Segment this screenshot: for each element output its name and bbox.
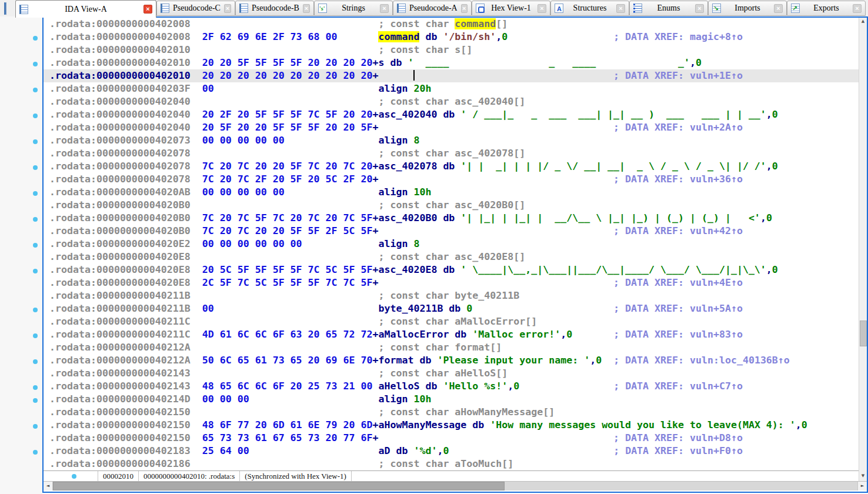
comment: ; const char aHelloS[] xyxy=(378,368,508,379)
listing-line[interactable]: .rodata:0000000000402143 48 65 6C 6C 6F … xyxy=(49,380,859,393)
listing-line[interactable]: .rodata:0000000000402150 65 73 73 61 67 … xyxy=(49,432,859,445)
literal: 0 xyxy=(596,355,602,366)
struct-icon xyxy=(555,4,563,13)
scroll-right-icon[interactable]: ► xyxy=(857,482,867,490)
hex-bytes: 00 00 00 00 00 xyxy=(202,135,285,146)
horizontal-scroll-thumb[interactable] xyxy=(53,482,505,490)
listing-line[interactable]: .rodata:0000000000402186 ; const char aT… xyxy=(49,458,859,470)
listing-line[interactable]: .rodata:000000000040211B ; const char by… xyxy=(49,289,859,302)
spacer xyxy=(191,264,202,275)
tab-label: Strings xyxy=(330,4,376,13)
item-marker-dot xyxy=(33,88,38,92)
mnemonic: + xyxy=(372,122,378,133)
tab-strings[interactable]: Strings× xyxy=(314,1,393,16)
listing-line[interactable]: .rodata:0000000000402008 2F 62 69 6E 2F … xyxy=(49,31,859,44)
tab-enums[interactable]: Enums× xyxy=(629,1,708,16)
listing-line[interactable]: .rodata:00000000004020AB 00 00 00 00 00 … xyxy=(49,186,859,199)
spacer xyxy=(202,44,379,55)
status-bar: 00002010 0000000000402010: .rodata:s (Sy… xyxy=(44,470,859,481)
xref-comment: ; DATA XREF: vuln+1E↑o xyxy=(613,70,743,81)
listing-line[interactable]: .rodata:0000000000402010 ; const char s[… xyxy=(49,44,859,56)
listing-line[interactable]: .rodata:0000000000402040 20 2F 20 5F 5F … xyxy=(49,108,859,121)
close-icon[interactable]: × xyxy=(538,4,546,13)
listing-line[interactable]: .rodata:0000000000402040 20 5F 20 20 5F … xyxy=(49,121,859,134)
listing-line[interactable]: .rodata:000000000040211C 4D 61 6C 6C 6F … xyxy=(49,328,859,341)
listing-line[interactable]: .rodata:000000000040212A ; const char fo… xyxy=(49,341,859,354)
comment: ; const char aHowManyMessage[] xyxy=(378,406,555,418)
tab-pseudocode-a[interactable]: Pseudocode-A× xyxy=(393,1,472,16)
listing-line[interactable]: .rodata:000000000040211C ; const char aM… xyxy=(49,315,859,328)
item-marker-dot xyxy=(33,333,38,338)
horizontal-scrollbar[interactable]: ◄ ► xyxy=(44,481,867,490)
tab-ida-view-a[interactable]: IDA View-A× xyxy=(15,0,156,18)
close-icon[interactable]: × xyxy=(224,4,231,13)
scroll-left-icon[interactable]: ◄ xyxy=(44,482,53,490)
tab-hex-view-1[interactable]: Hex View-1× xyxy=(472,1,550,16)
scroll-down-icon[interactable]: ▼ xyxy=(859,472,867,480)
close-icon[interactable]: × xyxy=(461,4,468,13)
tab-pseudocode-c[interactable]: Pseudocode-C× xyxy=(156,1,235,16)
hex-bytes: 20 20 20 20 20 20 20 20 20 20 xyxy=(202,70,373,81)
listing[interactable]: .rodata:0000000000402008 ; const char co… xyxy=(44,16,859,470)
listing-line[interactable]: .rodata:00000000004020E8 ; const char as… xyxy=(49,251,859,263)
listing-line[interactable]: .rodata:00000000004020B0 7C 20 7C 20 20 … xyxy=(49,225,859,238)
listing-line[interactable]: .rodata:0000000000402008 ; const char co… xyxy=(49,18,859,31)
listing-line[interactable]: .rodata:000000000040214D 00 00 00 align … xyxy=(49,393,859,406)
window-doc-icon xyxy=(4,2,6,15)
listing-line[interactable]: .rodata:0000000000402143 ; const char aH… xyxy=(49,367,859,380)
spacer xyxy=(191,419,202,430)
address: .rodata:0000000000402186 xyxy=(49,458,191,469)
hex-bytes: 7C 20 7C 5F 7C 20 7C 20 7C 5F xyxy=(202,212,373,223)
listing-line[interactable]: .rodata:0000000000402078 ; const char as… xyxy=(49,147,859,160)
address: .rodata:000000000040212A xyxy=(49,355,191,366)
mnemonic: , xyxy=(690,57,696,68)
xref-comment: ; DATA XREF: vuln+36↑o xyxy=(613,173,743,185)
close-icon[interactable]: × xyxy=(303,4,310,13)
vertical-scrollbar[interactable]: ▲ ▼ xyxy=(859,16,867,481)
mnemonic: aMallocError db xyxy=(378,329,472,340)
listing-line[interactable]: .rodata:000000000040212A 50 6C 65 61 73 … xyxy=(49,354,859,367)
listing-line[interactable]: .rodata:00000000004020E2 00 00 00 00 00 … xyxy=(49,238,859,251)
listing-line[interactable]: .rodata:0000000000402078 7C 20 7C 20 20 … xyxy=(49,160,859,173)
spacer xyxy=(191,18,202,29)
close-icon[interactable]: × xyxy=(616,4,625,13)
listing-line[interactable]: .rodata:0000000000402150 ; const char aH… xyxy=(49,406,859,419)
close-icon[interactable]: × xyxy=(695,4,704,13)
tab-structures[interactable]: Structures× xyxy=(550,1,629,16)
listing-line[interactable]: .rodata:0000000000402073 00 00 00 00 00 … xyxy=(49,134,859,147)
literal: 8 xyxy=(413,238,419,249)
close-icon[interactable]: × xyxy=(380,4,389,13)
strings-icon xyxy=(318,4,327,13)
listing-line[interactable]: .rodata:0000000000402183 25 64 00 aD db … xyxy=(49,445,859,458)
listing-line[interactable]: .rodata:0000000000402010 20 20 5F 5F 5F … xyxy=(49,56,859,69)
close-icon[interactable]: × xyxy=(143,5,152,14)
xref-comment: ; DATA XREF: magic+8↑o xyxy=(613,31,743,42)
listing-line[interactable]: .rodata:00000000004020B0 ; const char as… xyxy=(49,199,859,212)
tab-imports[interactable]: Imports× xyxy=(708,1,787,16)
close-icon[interactable]: × xyxy=(853,4,862,13)
hex-bytes: 65 73 73 61 67 65 73 20 77 6F xyxy=(202,432,373,443)
close-icon[interactable]: × xyxy=(774,4,783,13)
listing-line[interactable]: .rodata:0000000000402150 48 6F 77 20 6D … xyxy=(49,419,859,432)
address: .rodata:000000000040211B xyxy=(49,290,191,301)
listing-line[interactable]: .rodata:00000000004020E8 20 5C 5F 5F 5F … xyxy=(49,263,859,276)
mnemonic: + xyxy=(372,355,378,366)
tab-exports[interactable]: Exports× xyxy=(787,1,866,16)
mnemonic: align xyxy=(379,393,414,405)
tab-pseudocode-b[interactable]: Pseudocode-B× xyxy=(235,1,314,16)
disassembly-window: .rodata:0000000000402008 ; const char co… xyxy=(42,16,868,493)
spacer xyxy=(413,70,613,81)
listing-line[interactable]: .rodata:0000000000402010 20 20 20 20 20 … xyxy=(44,69,859,82)
listing-line[interactable]: .rodata:0000000000402078 7C 20 7C 2F 20 … xyxy=(49,173,859,186)
listing-line[interactable]: .rodata:000000000040211B 00 byte_40211B … xyxy=(49,302,859,315)
tab-label: Pseudocode-B xyxy=(252,4,299,13)
vertical-scroll-thumb[interactable] xyxy=(860,321,867,346)
listing-line[interactable]: .rodata:00000000004020E8 2C 5F 7C 5C 5F … xyxy=(49,276,859,289)
scroll-up-icon[interactable]: ▲ xyxy=(859,17,867,26)
listing-line[interactable]: .rodata:000000000040203F 00 align 20h xyxy=(49,82,859,95)
listing-line[interactable]: .rodata:00000000004020B0 7C 20 7C 5F 7C … xyxy=(49,212,859,225)
listing-line[interactable]: .rodata:0000000000402040 ; const char as… xyxy=(49,95,859,108)
hex-bytes: 20 5C 5F 5F 5F 5F 7C 5C 5F 5F xyxy=(202,264,373,275)
literal: 0 xyxy=(802,419,807,430)
address: .rodata:000000000040211C xyxy=(49,329,191,340)
